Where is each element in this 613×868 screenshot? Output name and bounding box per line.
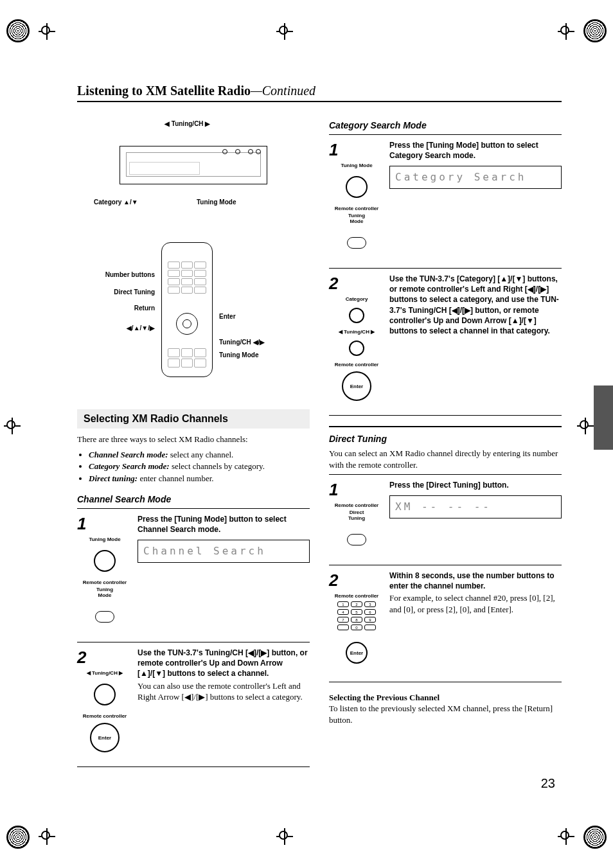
- bullet-text: select channels by category.: [170, 461, 265, 471]
- rule: [77, 766, 310, 767]
- callout-tuning-ch: Tuning/CH ◀/▶: [219, 339, 265, 346]
- step-text-bold: Use the TUN-3.7's Tuning/CH [◀]/[▶] butt…: [138, 648, 310, 679]
- remote-diagram: Number buttons Direct Tuning Return ◀/▲/…: [77, 236, 310, 396]
- icon-mid-label: ◀ Tuning/CH ▶: [329, 329, 384, 335]
- button-press-icon: [347, 534, 366, 545]
- rule: [329, 682, 562, 682]
- callout-tuning-ch: ◀ Tuning/CH ▶: [164, 120, 210, 127]
- button-press-icon: [95, 611, 114, 623]
- crop-mark: [558, 23, 574, 40]
- dpad-icon: Enter: [90, 723, 120, 752]
- bullet-text: select any channel.: [168, 450, 234, 459]
- device-lcd: [129, 162, 200, 175]
- right-column: Category Search Mode 1 Tuning Mode Remot…: [329, 120, 562, 767]
- direct-step-1: 1 Remote controller Direct Tuning Press …: [329, 474, 562, 565]
- knob-icon: [222, 149, 227, 154]
- callout-enter: Enter: [219, 313, 236, 320]
- step-number: 2: [329, 571, 384, 590]
- crop-mark: [39, 828, 55, 845]
- page-title-continued: —Continued: [251, 84, 315, 98]
- icon-label: Tuning Mode: [77, 536, 132, 542]
- callout-direct-tuning: Direct Tuning: [94, 288, 155, 296]
- bullet-text: enter channel number.: [138, 474, 213, 483]
- callout-return: Return: [94, 305, 155, 312]
- button-press-icon: [347, 237, 366, 249]
- page-number: 23: [541, 776, 555, 791]
- knob-icon: [248, 149, 253, 154]
- callout-tuning-mode: Tuning Mode: [219, 351, 258, 359]
- registration-swirl: [6, 826, 30, 849]
- registration-swirl: [583, 826, 607, 849]
- step-text: Press the [Direct Tuning] button.: [389, 480, 562, 490]
- previous-channel-heading: Selecting the Previous Channel: [329, 693, 562, 703]
- rc-label: Remote controller: [77, 580, 132, 585]
- step-text-bold: Use the TUN-3.7's [Category] [▲]/[▼] but…: [389, 274, 562, 336]
- direct-tuning-heading: Direct Tuning: [329, 434, 562, 444]
- rc-sub: Tuning Mode: [329, 213, 384, 224]
- callout-category: Category ▲/▼: [94, 199, 138, 206]
- step-number: 2: [329, 274, 384, 294]
- crop-mark: [4, 418, 21, 434]
- previous-channel-text: To listen to the previously selected XM …: [329, 703, 562, 725]
- category-step-2: 2 Category ◀ Tuning/CH ▶ Remote controll…: [329, 268, 562, 411]
- callout-arrows: ◀/▲/▼/▶: [94, 324, 155, 332]
- crop-mark: [558, 828, 574, 845]
- knob-icon: [94, 550, 116, 572]
- step-number: 2: [77, 648, 132, 668]
- section-divider: [329, 426, 562, 427]
- remote-enter: [182, 319, 191, 328]
- rc-label: Remote controller: [329, 206, 384, 211]
- rc-label: Remote controller: [77, 713, 132, 719]
- selecting-bullets: Channel Search mode: select any channel.…: [77, 449, 310, 486]
- registration-swirl: [6, 19, 30, 42]
- step-text-plain: You can also use the remote controller's…: [138, 680, 310, 703]
- side-index-tab: [594, 385, 613, 450]
- keypad-icon: 123 456 789 0: [329, 601, 384, 630]
- rule: [329, 415, 562, 416]
- lcd-display: XM -- -- --: [389, 495, 562, 518]
- page-title: Listening to XM Satellite Radio—Continue…: [77, 84, 562, 102]
- knob-icon: [349, 308, 364, 323]
- remote-btns-bottom: [168, 348, 206, 368]
- page-title-text: Listening to XM Satellite Radio: [77, 84, 251, 98]
- callout-number-buttons: Number buttons: [94, 271, 155, 278]
- icon-label: Category: [329, 296, 384, 302]
- icon-label: Tuning Mode: [329, 163, 384, 168]
- step-number: 1: [329, 480, 384, 500]
- category-step-1: 1 Tuning Mode Remote controller Tuning M…: [329, 134, 562, 268]
- callout-tuning-mode: Tuning Mode: [197, 199, 236, 206]
- channel-search-heading: Channel Search Mode: [77, 494, 310, 504]
- lcd-display: Channel Search: [138, 540, 310, 563]
- crop-mark: [577, 418, 594, 434]
- knob-icon: [349, 341, 364, 356]
- remote-keypad: [168, 261, 206, 294]
- rc-label: Remote controller: [329, 362, 384, 368]
- registration-swirl: [583, 19, 607, 42]
- knob-icon: [346, 176, 368, 198]
- icon-label: ◀ Tuning/CH ▶: [77, 670, 132, 676]
- step-number: 1: [329, 140, 384, 160]
- lcd-display: Category Search: [389, 166, 562, 189]
- bullet-em: Channel Search mode:: [89, 450, 168, 459]
- direct-tuning-intro: You can select an XM Radio channel direc…: [329, 448, 562, 470]
- step-text-plain: For example, to select channel #20, pres…: [389, 592, 562, 615]
- section-selecting-channels: Selecting XM Radio Channels: [77, 409, 310, 429]
- bullet-em: Direct tuning:: [89, 474, 138, 483]
- step-text-bold: Within 8 seconds, use the number buttons…: [389, 571, 562, 591]
- device-diagram: ◀ Tuning/CH ▶ Category ▲/▼ Tuning Mode: [77, 120, 310, 223]
- bullet-em: Category Search mode:: [89, 461, 170, 471]
- channel-step-1: 1 Tuning Mode Remote controller Tuning M…: [77, 508, 310, 642]
- enter-button-icon: Enter: [346, 642, 368, 664]
- knob-icon: [94, 684, 116, 705]
- left-column: ◀ Tuning/CH ▶ Category ▲/▼ Tuning Mode: [77, 120, 310, 767]
- step-text: Press the [Tuning Mode] button to select…: [138, 514, 310, 535]
- channel-step-2: 2 ◀ Tuning/CH ▶ Remote controller Enter …: [77, 642, 310, 763]
- selecting-intro: There are three ways to select XM Radio …: [77, 434, 310, 445]
- rc-sub: Tuning Mode: [77, 587, 132, 598]
- step-number: 1: [77, 514, 132, 534]
- rc-label: Remote controller: [329, 593, 384, 599]
- crop-mark: [276, 828, 293, 845]
- knob-icon: [256, 149, 261, 154]
- dpad-icon: Enter: [342, 371, 371, 401]
- rc-sub: Direct Tuning: [329, 509, 384, 521]
